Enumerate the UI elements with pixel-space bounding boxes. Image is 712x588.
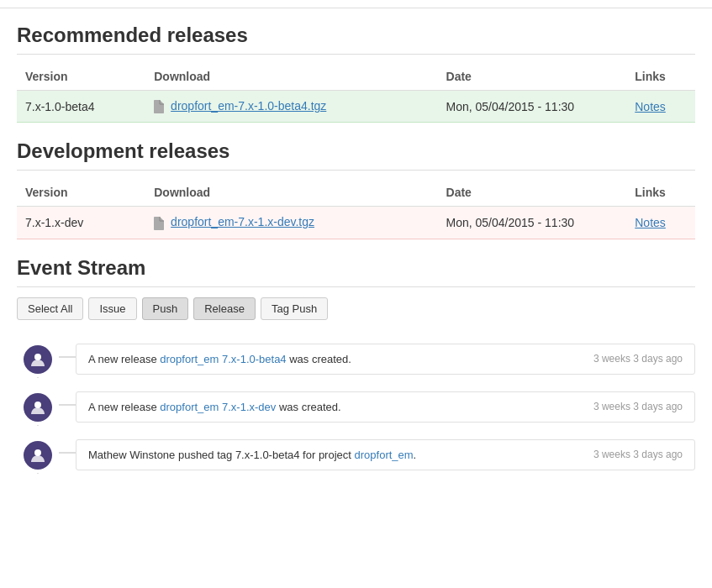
event-text-after: was created. <box>276 401 340 413</box>
recommended-releases-table: Version Download Date Links 7.x-1.0-beta… <box>17 63 695 123</box>
svg-point-2 <box>34 449 41 456</box>
event-item: A new release dropfort_em 7.x-1.0-beta4 … <box>17 337 695 378</box>
event-body: A new release dropfort_em 7.x-1.x-dev wa… <box>76 391 695 423</box>
dev-col-links: Links <box>626 179 695 207</box>
event-time: 3 weeks 3 days ago <box>593 449 683 460</box>
event-text-after: . <box>414 449 417 461</box>
event-stream-title: Event Stream <box>17 256 695 287</box>
development-releases-title: Development releases <box>17 139 695 171</box>
event-stream-section: Event Stream Select All Issue Push Relea… <box>17 256 695 480</box>
event-text-before: A new release <box>88 353 160 365</box>
avatar <box>24 393 52 422</box>
event-filter-bar: Select All Issue Push Release Tag Push <box>17 297 695 320</box>
svg-point-0 <box>34 354 41 360</box>
event-time: 3 weeks 3 days ago <box>593 353 683 365</box>
filter-issue[interactable]: Issue <box>88 297 136 320</box>
recommended-download-link[interactable]: dropfort_em-7.x-1.0-beta4.tgz <box>171 99 326 113</box>
event-text-before: A new release <box>88 401 160 413</box>
event-connector <box>59 385 76 426</box>
event-link[interactable]: dropfort_em 7.x-1.x-dev <box>160 401 276 413</box>
filter-push[interactable]: Push <box>142 297 189 320</box>
dev-col-download: Download <box>145 179 437 207</box>
recommended-col-links: Links <box>626 63 695 91</box>
recommended-col-version: Version <box>17 63 145 91</box>
filter-select-all[interactable]: Select All <box>17 297 83 320</box>
event-avatar-col <box>17 337 59 378</box>
dev-version: 7.x-1.x-dev <box>25 216 83 229</box>
svg-point-1 <box>34 402 41 408</box>
avatar <box>24 345 52 374</box>
recommended-releases-title: Recommended releases <box>17 24 695 55</box>
event-item: Mathew Winstone pushed tag 7.x-1.0-beta4… <box>17 433 695 474</box>
event-item: A new release dropfort_em 7.x-1.x-dev wa… <box>17 385 695 426</box>
event-avatar-col <box>17 385 59 426</box>
dev-col-date: Date <box>438 179 627 207</box>
recommended-notes-link[interactable]: Notes <box>635 100 666 113</box>
development-row: 7.x-1.x-dev dropfort_em-7.x-1.x-dev.tgz … <box>17 207 695 239</box>
event-avatar-col <box>17 433 59 474</box>
event-link[interactable]: dropfort_em 7.x-1.0-beta4 <box>160 353 286 365</box>
recommended-row: 7.x-1.0-beta4 dropfort_em-7.x-1.0-beta4.… <box>17 91 695 123</box>
dev-date: Mon, 05/04/2015 - 11:30 <box>446 216 575 229</box>
event-link[interactable]: dropfort_em <box>355 449 414 461</box>
dev-notes-link[interactable]: Notes <box>635 216 666 229</box>
event-text: A new release dropfort_em 7.x-1.0-beta4 … <box>88 353 577 365</box>
recommended-col-date: Date <box>438 63 627 91</box>
file-icon <box>154 217 164 230</box>
event-text-after: was created. <box>287 353 351 365</box>
event-text: A new release dropfort_em 7.x-1.x-dev wa… <box>88 401 577 413</box>
filter-release[interactable]: Release <box>193 297 256 320</box>
dev-download-link[interactable]: dropfort_em-7.x-1.x-dev.tgz <box>171 215 314 228</box>
dev-col-version: Version <box>17 179 145 207</box>
recommended-date: Mon, 05/04/2015 - 11:30 <box>446 100 575 113</box>
event-connector <box>59 337 76 378</box>
filter-tag-push[interactable]: Tag Push <box>261 297 328 320</box>
event-connector <box>59 433 76 474</box>
event-list: A new release dropfort_em 7.x-1.0-beta4 … <box>17 337 695 480</box>
event-body: Mathew Winstone pushed tag 7.x-1.0-beta4… <box>76 439 695 470</box>
event-body: A new release dropfort_em 7.x-1.0-beta4 … <box>76 344 695 375</box>
event-text-before: Mathew Winstone pushed tag 7.x-1.0-beta4… <box>88 449 355 461</box>
avatar <box>24 441 52 470</box>
event-text: Mathew Winstone pushed tag 7.x-1.0-beta4… <box>88 449 577 461</box>
event-time: 3 weeks 3 days ago <box>593 401 683 412</box>
recommended-col-download: Download <box>145 63 437 91</box>
development-releases-table: Version Download Date Links 7.x-1.x-dev … <box>17 179 695 239</box>
recommended-version: 7.x-1.0-beta4 <box>25 100 95 113</box>
file-icon <box>154 100 164 113</box>
